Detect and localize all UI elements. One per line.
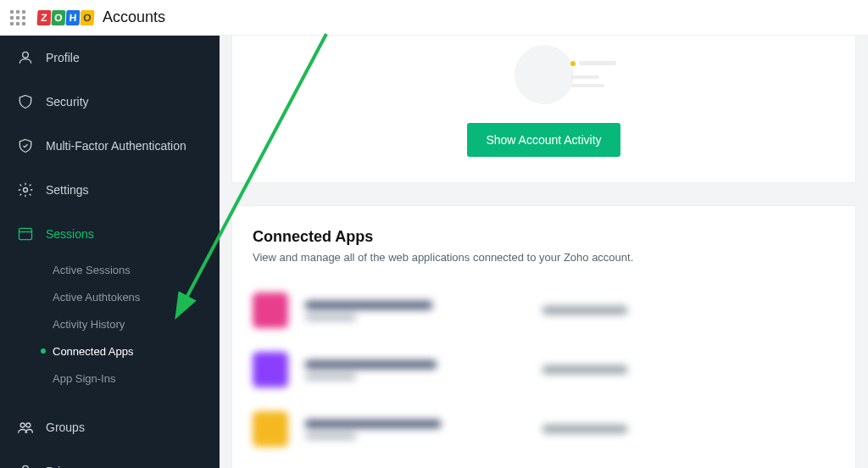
sessions-icon	[17, 226, 34, 242]
activity-card: Show Account Activity	[231, 36, 856, 183]
sub-item-active-authtokens[interactable]: Active Authtokens	[53, 283, 220, 310]
connected-apps-desc: View and manage all of the web applicati…	[232, 251, 855, 281]
zoho-logo: ZOHO	[37, 10, 94, 25]
app-name-blurred	[305, 420, 475, 439]
sidebar-item-mfa[interactable]: Multi-Factor Authentication	[0, 124, 220, 168]
sub-item-active-sessions[interactable]: Active Sessions	[53, 256, 220, 283]
app-name-blurred	[305, 360, 475, 380]
main-content: Show Account Activity Connected Apps Vie…	[220, 36, 868, 468]
sidebar-item-label: Sessions	[46, 227, 94, 241]
sidebar-item-privacy[interactable]: Privacy	[0, 449, 220, 468]
sidebar-item-label: Profile	[46, 51, 80, 64]
app-icon	[253, 352, 288, 387]
profile-icon	[17, 49, 34, 66]
apps-grid-icon[interactable]	[10, 10, 25, 25]
svg-point-3	[20, 423, 25, 427]
svg-point-1	[24, 188, 28, 192]
sidebar-item-settings[interactable]: Settings	[0, 168, 220, 212]
sidebar-item-label: Settings	[46, 183, 89, 197]
connected-apps-card: Connected Apps View and manage all of th…	[231, 205, 856, 468]
sidebar: Profile Security Multi-Factor Authentica…	[0, 36, 220, 468]
sidebar-item-profile[interactable]: Profile	[0, 36, 220, 80]
sessions-submenu: Active Sessions Active Authtokens Activi…	[0, 256, 220, 392]
sidebar-item-label: Privacy	[46, 465, 85, 468]
lock-icon	[17, 463, 34, 468]
brand-name: Accounts	[103, 8, 165, 26]
sidebar-item-groups[interactable]: Groups	[0, 405, 220, 449]
groups-icon	[17, 419, 34, 436]
app-header: ZOHO Accounts	[0, 0, 868, 36]
sidebar-item-security[interactable]: Security	[0, 80, 220, 124]
svg-point-4	[26, 423, 31, 427]
gear-icon	[17, 181, 34, 198]
sub-item-activity-history[interactable]: Activity History	[53, 310, 220, 337]
svg-rect-2	[19, 228, 32, 239]
sidebar-item-label: Security	[46, 95, 89, 109]
sub-item-connected-apps[interactable]: Connected Apps	[53, 337, 220, 365]
show-activity-button[interactable]: Show Account Activity	[467, 123, 620, 157]
sidebar-item-label: Groups	[46, 421, 85, 434]
app-icon	[253, 411, 288, 447]
connected-apps-title: Connected Apps	[232, 206, 855, 251]
view-more-row: View 1 more application	[232, 459, 855, 468]
app-row[interactable]	[232, 281, 855, 340]
shield-check-icon	[17, 137, 34, 154]
app-meta-blurred	[542, 365, 627, 374]
app-row[interactable]	[232, 399, 855, 459]
app-meta-blurred	[542, 425, 627, 433]
app-meta-blurred	[542, 306, 627, 315]
sidebar-item-sessions[interactable]: Sessions	[0, 212, 220, 256]
shield-icon	[17, 93, 34, 110]
svg-point-0	[23, 52, 29, 58]
app-row[interactable]	[232, 340, 855, 399]
sub-item-app-signins[interactable]: App Sign-Ins	[53, 365, 220, 392]
placeholder-lines	[570, 55, 616, 87]
sidebar-item-label: Multi-Factor Authentication	[46, 139, 186, 153]
app-icon	[253, 292, 288, 328]
app-name-blurred	[305, 301, 475, 320]
avatar-placeholder-icon	[515, 45, 574, 104]
